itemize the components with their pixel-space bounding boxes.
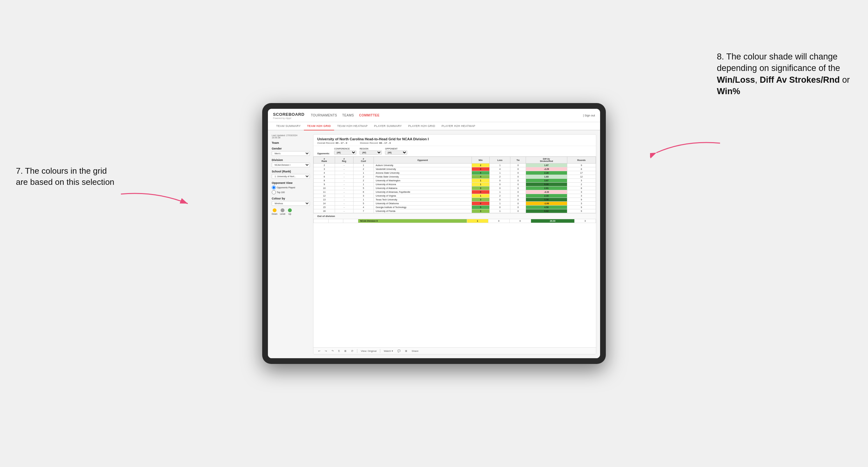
school-select[interactable]: 1. University of Nort...: [272, 174, 310, 179]
view-original-button[interactable]: View: Original: [360, 349, 377, 353]
toolbar-separator: [357, 349, 357, 353]
cell-win: 1: [467, 219, 488, 223]
opponents-filter-label: Opponents:: [317, 152, 330, 155]
cell-loss: 0: [489, 206, 510, 209]
arrow-right: [650, 137, 723, 162]
cell-conf: 3: [353, 194, 374, 198]
grid-button[interactable]: ⊞: [404, 349, 408, 353]
table-row: 4 - 1 Arizona State University 5 1 0 2.2…: [314, 171, 596, 175]
nav-teams[interactable]: TEAMS: [342, 113, 354, 118]
opponent-radio-group: Opponents Played Top 100: [272, 185, 310, 194]
sub-nav: TEAM SUMMARY TEAM H2H GRID TEAM H2H HEAT…: [268, 122, 600, 130]
cell-diff: 3.67: [526, 179, 567, 183]
cell-tie: 0: [510, 163, 526, 167]
cell-rounds: 8: [567, 167, 596, 171]
cell-rank: 13: [314, 198, 335, 202]
logo: SCOREBOARD Powered by clippd: [273, 111, 305, 119]
share-button[interactable]: Share: [411, 349, 420, 353]
cell-opponent: University of Virginia: [374, 194, 471, 198]
col-tie: Tie: [510, 157, 526, 163]
forward-button[interactable]: ↷: [331, 349, 335, 353]
conference-filter-select[interactable]: (All): [334, 151, 356, 155]
cell-conf: 6: [353, 190, 374, 194]
comment-button[interactable]: 💬: [397, 349, 402, 353]
nav-links: TOURNAMENTS TEAMS COMMITTEE: [311, 113, 577, 118]
radio-opponents-played[interactable]: Opponents Played: [272, 185, 310, 190]
cell-rank: 11: [314, 190, 335, 194]
cell-loss: 0: [489, 198, 510, 202]
tab-player-summary[interactable]: PLAYER SUMMARY: [371, 122, 405, 130]
copy-button[interactable]: ⎘: [337, 349, 341, 353]
cell-loss: 1: [489, 209, 510, 213]
clock-button[interactable]: ⏱: [350, 349, 354, 353]
cell-loss: 1: [489, 171, 510, 175]
tab-team-summary[interactable]: TEAM SUMMARY: [273, 122, 304, 130]
gender-select[interactable]: Men's: [272, 151, 310, 156]
sign-out-button[interactable]: | Sign out: [583, 114, 595, 117]
cell-loss: 0: [489, 186, 510, 190]
col-win: Win: [471, 157, 489, 163]
cell-diff: -2.29: [526, 167, 567, 171]
cell-opponent: University of Florida: [374, 209, 471, 213]
nav-tournaments[interactable]: TOURNAMENTS: [311, 113, 337, 118]
cell-diff: 4.50: [526, 206, 567, 209]
main-content: Last Updated: 27/03/2024 16:55:38 Team G…: [268, 130, 600, 358]
watch-button[interactable]: Watch ▾: [383, 349, 394, 353]
cell-diff: 1.83: [526, 175, 567, 179]
opponent-filter-select[interactable]: (All): [385, 151, 407, 155]
legend-down-dot: [273, 208, 277, 212]
nav-committee[interactable]: COMMITTEE: [359, 113, 380, 118]
cell-diff: -4.33: [526, 190, 567, 194]
col-opponent: Opponent: [374, 157, 471, 163]
cell-conf: 2: [353, 167, 374, 171]
cell-rounds: 3: [567, 194, 596, 198]
colour-by-select[interactable]: Win/loss: [272, 201, 310, 206]
cell-rounds: 9: [567, 198, 596, 202]
table-row: 14 - 5 University of Oklahoma 0 1 0 -1.0…: [314, 202, 596, 206]
cell-loss: 0: [488, 219, 509, 223]
undo-button[interactable]: ↩: [317, 349, 321, 353]
cell-loss: 2: [489, 194, 510, 198]
redo-button[interactable]: ↪: [324, 349, 328, 353]
grid-title: University of North Carolina Head-to-Hea…: [317, 137, 592, 141]
cell-opponent: University of Washington: [374, 179, 471, 183]
sidebar-colour-by-section: Colour by Win/loss: [272, 197, 310, 206]
grid-header: University of North Carolina Head-to-Hea…: [313, 134, 596, 146]
division-select[interactable]: NCAA Division I: [272, 162, 310, 167]
tab-player-h2h-grid[interactable]: PLAYER H2H GRID: [405, 122, 438, 130]
cell-tie: 0: [510, 179, 526, 183]
cell-rounds: 17: [567, 171, 596, 175]
paste-button[interactable]: ⊞: [343, 349, 347, 353]
cell-loss: 2: [489, 175, 510, 179]
tab-team-h2h-heatmap[interactable]: TEAM H2H HEATMAP: [334, 122, 371, 130]
cell-conf: 1: [353, 183, 374, 186]
tab-team-h2h-grid[interactable]: TEAM H2H GRID: [304, 122, 334, 130]
annotation-left: 7. The colours in the grid are based on …: [16, 165, 118, 188]
cell-tie: 0: [509, 219, 531, 223]
cell-opponent: Arizona State University: [374, 171, 471, 175]
legend: Down Level Up: [272, 208, 310, 215]
cell-rounds: 9: [567, 209, 596, 213]
filter-opponent: Opponent (All): [385, 148, 407, 155]
tab-player-h2h-heatmap[interactable]: PLAYER H2H HEATMAP: [438, 122, 478, 130]
radio-top-100[interactable]: Top 100: [272, 190, 310, 194]
cell-diff: 26.00: [531, 219, 575, 223]
cell-diff: 2.61: [526, 186, 567, 190]
cell-rank: 12: [314, 194, 335, 198]
cell-opponent: Vanderbilt University: [374, 167, 471, 171]
cell-diff: 5.56: [526, 198, 567, 202]
cell-tie: 0: [510, 198, 526, 202]
arrow-left: [118, 188, 194, 213]
cell-diff: 9.00: [526, 183, 567, 186]
region-filter-select[interactable]: (All): [360, 151, 382, 155]
table-row: 2 - 1 Auburn University 2 1 0 1.67 9: [314, 163, 596, 167]
table-row: 15 - 4 Georgia Institute of Technology 5…: [314, 206, 596, 209]
cell-rounds: 9: [567, 163, 596, 167]
cell-win: 5: [471, 206, 489, 209]
cell-tie: 0: [510, 202, 526, 206]
sidebar-opponent-view-section: Opponent View Opponents Played Top 100: [272, 181, 310, 194]
cell-tie: 0: [510, 183, 526, 186]
grid-records: Overall Record: 89 - 17 - 0 Division Rec…: [317, 142, 592, 145]
cell-reg: -: [335, 198, 353, 202]
cell-rounds: 3: [567, 202, 596, 206]
